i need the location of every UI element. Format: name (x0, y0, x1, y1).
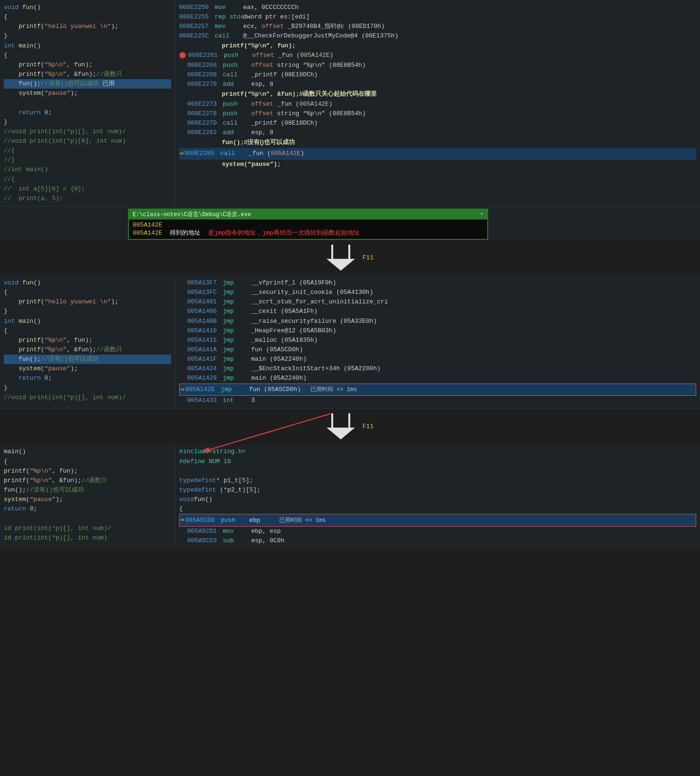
code-line: { (4, 12, 171, 22)
code-line: { (4, 288, 171, 297)
code-line: id print(int(*p)[], int num)/ (4, 524, 171, 533)
mid-asm-panel: 005A13F7jmp__vfprintf_l (05A19F0h) 005A1… (175, 275, 700, 408)
code-line: system(“pause”); (4, 364, 171, 374)
code-line: //int main() (4, 165, 171, 174)
asm-line: 008E2270addesp, 8 (179, 80, 696, 89)
bot-section: main() { printf(“%p\n”, fun); printf(“%p… (0, 444, 700, 548)
code-line: return 0; (4, 504, 171, 514)
asm-line: 005A140Bjmp__raise_securityfailure (05A3… (179, 317, 696, 326)
asm-line: 005A13FCjmp__security_init_cookie (05A41… (179, 288, 696, 297)
code-line: //} (4, 155, 171, 165)
asm-bot-highlighted: ⇒ 005A5CD0pushebp 已用时间 <= 1ms (179, 514, 696, 527)
code-line: //{ (4, 146, 171, 155)
arrow2 (327, 413, 355, 439)
code-line: fun();//没有()也可以成功 (4, 485, 171, 495)
asm-line: ⬤ 008E2261pushoffset _fun (005A142E) (179, 51, 696, 60)
mid-code-panel: void fun() { printf(“hello yuanwei \n”);… (0, 275, 175, 408)
code-line: id print(int(*p)[], int num) (4, 533, 171, 543)
code-line-highlighted: fun();//没有()也可以成功 (4, 355, 171, 364)
asm-line: 005A1406jmp__cexit (05A5A1Fh) (179, 307, 696, 316)
asm-highlighted-line: ⇒ 005A142Ejmpfun (05A5CD0h) 已用时间 <= 1ms (179, 383, 696, 396)
terminal-close-button[interactable]: - (480, 211, 483, 218)
arrow2-section: F11 (0, 409, 700, 444)
f11-label2: F11 (363, 423, 373, 430)
code-line: printf(“hello yuanwei \n”); (4, 22, 171, 31)
arrow1-section: F11 (0, 240, 700, 275)
f11-label: F11 (363, 254, 373, 261)
code-line: { (4, 326, 171, 336)
code-line: int main() (4, 41, 171, 51)
asm-label: printf(“%p\n”, &fun);//函数只关心起始代码在哪里 (179, 89, 696, 100)
asm-line: 005A1429jmpmain (05A2240h) (179, 374, 696, 383)
top-asm-panel: 008E2250moveax, 0CCCCCCCCh 008E2255rep s… (175, 0, 700, 206)
asm-line: 005A1410jmp_HeapFree@12 (05A5B03h) (179, 326, 696, 336)
asm-line: typedef int (*p2_t)[5]; (179, 485, 696, 495)
code-line: { (4, 51, 171, 60)
code-line: main() (4, 447, 171, 456)
terminal-line: 005A142E 得到的地址 是jmp指令的地址，jmp再经历一次跳转到函数起始… (133, 228, 483, 237)
terminal-title: E:\class-notes\C语言\Debug\C语言.exe (133, 210, 251, 219)
arrow-shaft (331, 413, 350, 428)
code-line: } (4, 31, 171, 41)
asm-line: 008E2266pushoffset string “%p\n” (08E8B5… (179, 61, 696, 70)
code-line: system(“pause”); (4, 89, 171, 98)
code-line: } (4, 118, 171, 127)
bot-asm-panel: #include<string.h> #define NUM 10 typede… (175, 444, 700, 548)
code-line (4, 514, 171, 523)
arrow-head (327, 428, 355, 439)
asm-line: 008E2282addesp, 8 (179, 128, 696, 137)
asm-label: printf(“%p\n”, fun); (179, 41, 696, 51)
terminal-titlebar: E:\class-notes\C语言\Debug\C语言.exe - (129, 210, 487, 219)
code-line: } (4, 307, 171, 316)
asm-line: 005A1401jmp__scrt_stub_for_acrt_uninitia… (179, 297, 696, 307)
asm-line: void fun() (179, 495, 696, 504)
asm-line: #include<string.h> (179, 447, 696, 456)
terminal-window: E:\class-notes\C语言\Debug\C语言.exe - 005A1… (128, 209, 488, 240)
asm-label: system(“pause”); (179, 160, 696, 170)
code-line: //void print(int(*p)[6], int num) (4, 137, 171, 146)
bot-code-panel: main() { printf(“%p\n”, fun); printf(“%p… (0, 444, 175, 548)
code-line: printf(“%p\n”, fun); (4, 336, 171, 345)
asm-line: 005A141Ajmpfun (05A5CD0h) (179, 345, 696, 355)
arrow-shaft (331, 245, 350, 259)
asm-line: 008E2278pushoffset string “%p\n” (08E8B5… (179, 109, 696, 119)
asm-line: 005A5CD1movebp, esp (179, 527, 696, 536)
code-line (4, 98, 171, 108)
asm-line (179, 466, 696, 476)
code-line: printf(“%p\n”, &fun);//函数只 (4, 70, 171, 79)
asm-line: 005A1415jmp_malloc (05A1835h) (179, 336, 696, 345)
asm-label: fun();//没有()也可以成功 (179, 137, 696, 148)
asm-line: 005A1424jmp__$EncStackInitStart+34h (05A… (179, 364, 696, 374)
code-line: //void print(int(*p)[], int num)/ (4, 393, 171, 402)
code-line: // int a[5][6] = {0}; (4, 184, 171, 194)
code-line: return 0; (4, 108, 171, 118)
code-line: void fun() (4, 3, 171, 12)
code-line: return 0; (4, 374, 171, 383)
code-line: int main() (4, 317, 171, 326)
code-line: //{ (4, 175, 171, 184)
code-line: system(“pause”); (4, 495, 171, 504)
asm-line: 008E2250moveax, 0CCCCCCCCh (179, 3, 696, 12)
asm-line: 008E227Dcall_printf (08E10DCh) (179, 119, 696, 128)
code-line: printf(“%p\n”, &fun);//函数只 (4, 476, 171, 485)
code-line: // print(a, 5); (4, 194, 171, 203)
asm-line: 008E226Bcall_printf (08E10DCh) (179, 70, 696, 80)
asm-line: typedef int* p1_t[5]; (179, 476, 696, 485)
asm-arrow-line: ⇒ 008E2285call_fun (005A142E) (179, 148, 696, 160)
asm-line: 005A13F7jmp__vfprintf_l (05A19F0h) (179, 278, 696, 288)
code-line: { (4, 457, 171, 466)
asm-line: 008E225Ccall@__CheckForDebuggerJustMyCod… (179, 31, 696, 41)
code-line: } (4, 383, 171, 393)
asm-line: 005A141Fjmpmain (05A2240h) (179, 355, 696, 364)
asm-line: 008E2273pushoffset _fun (005A142E) (179, 100, 696, 109)
code-line-highlighted: fun();//没有()也可以成功 已用 (4, 79, 171, 89)
code-line: printf(“%p\n”, fun); (4, 466, 171, 476)
code-line: printf(“hello yuanwei \n”); (4, 297, 171, 307)
asm-line: #define NUM 10 (179, 457, 696, 466)
top-code-panel: void fun() { printf(“hello yuanwei \n”);… (0, 0, 175, 206)
arrow-head (327, 259, 355, 271)
arrow1 (327, 245, 355, 271)
asm-line: 008E2257movecx, offset _B29748B4_指针@c (0… (179, 22, 696, 31)
terminal-line: 005A142E (133, 221, 483, 228)
top-section: void fun() { printf(“hello yuanwei \n”);… (0, 0, 700, 207)
